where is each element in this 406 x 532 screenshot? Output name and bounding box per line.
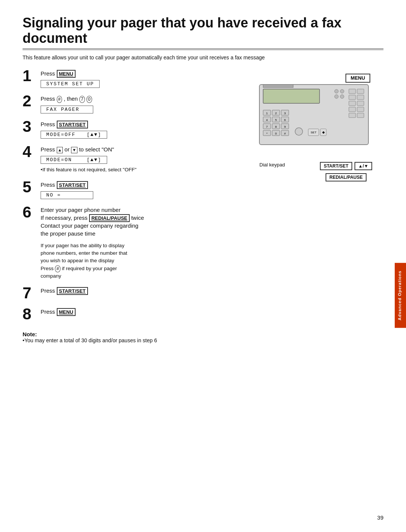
hash-key-6: # [55, 265, 61, 272]
step-3-display: MODE=OFF [▲▼] [41, 131, 107, 139]
svg-rect-10 [357, 89, 364, 94]
diagram-column: MENU [248, 70, 383, 343]
step-number-4: 4 [23, 144, 36, 160]
svg-text:3: 3 [284, 112, 286, 115]
fax-diagram: MENU [248, 73, 383, 181]
step-6-content: Enter your pager phone number If necessa… [41, 206, 237, 280]
page-number: 39 [377, 514, 383, 521]
step-number-8: 8 [23, 306, 36, 322]
page-content: Signaling your pager that you have recei… [0, 0, 406, 366]
redial-diagram-label: REDIAL/PAUSE [326, 173, 366, 181]
step-4-display: MODE=ON [▲▼] [41, 156, 107, 164]
start-set-key-7: START/SET [57, 287, 88, 295]
svg-point-7 [340, 95, 344, 98]
main-layout: 1 Press MENU SYSTEM SET UP 2 Press # [23, 70, 383, 343]
svg-text:8: 8 [275, 125, 277, 128]
redial-pause-key: REDIAL/PAUSE [89, 214, 130, 222]
step-1-display: SYSTEM SET UP [41, 80, 100, 88]
svg-rect-12 [357, 95, 364, 100]
step-7-content: Press START/SET [41, 287, 237, 296]
step-5: 5 Press START/SET NO = [23, 181, 237, 199]
step-8-text: Press MENU [41, 308, 237, 316]
svg-rect-11 [349, 95, 356, 100]
step-2-content: Press # , then 7 0 FAX PAGER [41, 95, 237, 113]
svg-rect-17 [349, 113, 356, 118]
svg-text:9: 9 [284, 125, 286, 128]
note-text: •You may enter a total of 30 digits and/… [23, 337, 157, 343]
svg-rect-8 [263, 85, 293, 88]
step-7: 7 Press START/SET [23, 287, 237, 301]
start-set-key-3: START/SET [57, 121, 88, 128]
step-7-text: Press START/SET [41, 287, 237, 295]
step-1-text: Press MENU [41, 70, 237, 77]
step-2-display: FAX PAGER [41, 106, 93, 113]
start-set-diagram-label: START/SET [320, 162, 352, 170]
svg-text:2: 2 [275, 112, 277, 115]
step-2-text: Press # , then 7 0 [41, 95, 237, 103]
step-8-content: Press MENU [41, 308, 237, 317]
step-4-content: Press ▲ or ▼ to select "ON" MODE=ON [▲▼]… [41, 145, 237, 174]
down-arrow-key: ▼ [71, 147, 77, 153]
step-3-text: Press START/SET [41, 120, 237, 128]
step-number-5: 5 [23, 179, 36, 195]
step-8: 8 Press MENU [23, 308, 237, 322]
steps-column: 1 Press MENU SYSTEM SET UP 2 Press # [23, 70, 237, 343]
svg-text:SET: SET [311, 131, 317, 134]
svg-rect-9 [349, 89, 356, 94]
svg-text:7: 7 [266, 125, 268, 128]
step-6-sub: If your pager has the ability to display… [41, 242, 237, 280]
up-arrow-key: ▲ [57, 147, 63, 153]
side-tab: Advanced Operations [395, 263, 406, 328]
step-number-1: 1 [23, 68, 36, 84]
arrow-diagram-label: ▲/▼ [354, 162, 372, 170]
svg-text:5: 5 [275, 118, 277, 122]
svg-rect-15 [349, 107, 356, 112]
svg-rect-13 [349, 101, 356, 106]
step-number-3: 3 [23, 119, 36, 135]
svg-text:*: * [266, 132, 267, 135]
svg-text:#: # [284, 132, 286, 135]
step-6: 6 Enter your pager phone number If neces… [23, 206, 237, 280]
svg-point-43 [295, 128, 303, 135]
start-set-key-5: START/SET [57, 181, 88, 189]
svg-rect-3 [263, 89, 320, 103]
note-section: Note: •You may enter a total of 30 digit… [23, 331, 237, 343]
page-title: Signaling your pager that you have recei… [23, 15, 383, 50]
step-number-2: 2 [23, 93, 36, 109]
svg-rect-16 [357, 107, 364, 112]
key-7: 7 [79, 96, 85, 103]
svg-rect-14 [357, 101, 364, 106]
step-5-text: Press START/SET [41, 181, 237, 189]
svg-text:◆: ◆ [322, 130, 325, 134]
fax-machine-svg: MENU [256, 73, 376, 160]
svg-point-5 [340, 89, 344, 93]
svg-text:4: 4 [266, 118, 268, 122]
svg-point-6 [335, 95, 338, 98]
step-number-7: 7 [23, 285, 36, 301]
menu-key-1: MENU [57, 70, 76, 78]
step-3-content: Press START/SET MODE=OFF [▲▼] [41, 120, 237, 139]
svg-rect-18 [357, 113, 364, 118]
step-4: 4 Press ▲ or ▼ to select "ON" MODE=ON [▲… [23, 145, 237, 174]
step-1-content: Press MENU SYSTEM SET UP [41, 70, 237, 88]
key-0: 0 [86, 96, 92, 103]
hash-key: # [57, 96, 62, 103]
intro-text: This feature allows your unit to call yo… [23, 54, 383, 60]
step-number-6: 6 [23, 204, 36, 220]
svg-text:MENU: MENU [351, 75, 365, 81]
svg-text:6: 6 [284, 118, 286, 122]
menu-key-8: MENU [57, 308, 76, 316]
step-4-text: Press ▲ or ▼ to select "ON" [41, 145, 237, 153]
svg-text:1: 1 [266, 112, 268, 115]
svg-text:0: 0 [275, 132, 277, 135]
step-5-display: NO = [41, 191, 93, 199]
note-label: Note: [23, 331, 37, 337]
step-2: 2 Press # , then 7 0 FAX PAGER [23, 95, 237, 113]
step-5-content: Press START/SET NO = [41, 181, 237, 199]
dial-keypad-label: Dial keypad [259, 162, 285, 168]
step-1: 1 Press MENU SYSTEM SET UP [23, 70, 237, 88]
step-4-sub: •If this feature is not required, select… [41, 166, 237, 174]
step-6-text: Enter your pager phone number If necessa… [41, 206, 237, 237]
step-3: 3 Press START/SET MODE=OFF [▲▼] [23, 120, 237, 139]
svg-point-4 [335, 89, 338, 93]
